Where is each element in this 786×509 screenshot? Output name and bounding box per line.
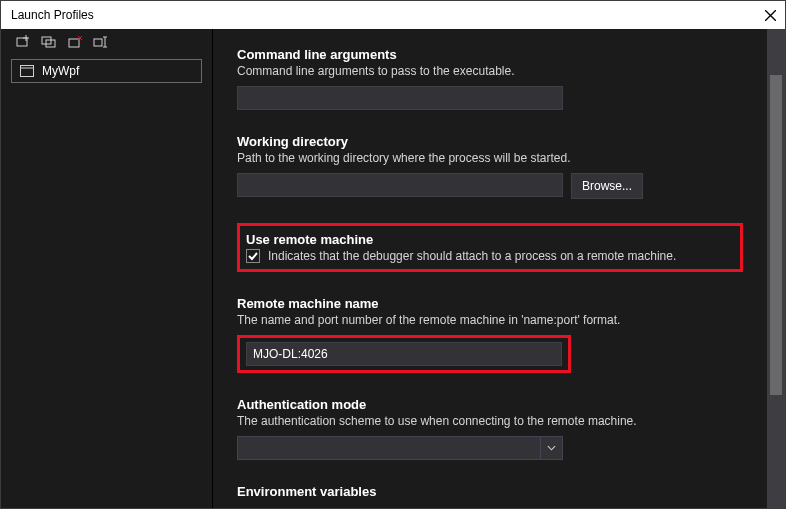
section-use-remote: Use remote machine Indicates that the de… bbox=[237, 223, 743, 272]
launch-profiles-dialog: Launch Profiles bbox=[0, 0, 786, 509]
delete-profile-button[interactable] bbox=[67, 34, 83, 50]
section-remote-machine-name: Remote machine name The name and port nu… bbox=[237, 296, 743, 373]
settings-panel: Command line arguments Command line argu… bbox=[213, 29, 767, 508]
sidebar-toolbar bbox=[1, 29, 212, 55]
scrollbar[interactable] bbox=[767, 29, 785, 508]
section-title: Environment variables bbox=[237, 484, 743, 499]
new-profile-icon bbox=[15, 34, 31, 50]
section-authentication-mode: Authentication mode The authentication s… bbox=[237, 397, 743, 460]
close-button[interactable] bbox=[761, 6, 779, 24]
rename-profile-button[interactable] bbox=[93, 34, 109, 50]
chevron-down-icon bbox=[547, 445, 556, 451]
rename-icon bbox=[93, 34, 109, 50]
highlight-use-remote: Use remote machine Indicates that the de… bbox=[237, 223, 743, 272]
remote-machine-name-input[interactable] bbox=[246, 342, 562, 366]
section-title: Command line arguments bbox=[237, 47, 743, 62]
section-desc: The authentication scheme to use when co… bbox=[237, 414, 743, 428]
check-icon bbox=[248, 251, 258, 261]
close-icon bbox=[765, 10, 776, 21]
profile-item-label: MyWpf bbox=[42, 64, 79, 78]
app-icon bbox=[20, 65, 34, 77]
section-desc: Command line arguments to pass to the ex… bbox=[237, 64, 743, 78]
working-directory-input[interactable] bbox=[237, 173, 563, 197]
section-title: Authentication mode bbox=[237, 397, 743, 412]
duplicate-icon bbox=[41, 34, 57, 50]
command-line-args-input[interactable] bbox=[237, 86, 563, 110]
duplicate-profile-button[interactable] bbox=[41, 34, 57, 50]
authentication-mode-select[interactable] bbox=[237, 436, 563, 460]
scrollbar-thumb[interactable] bbox=[770, 75, 782, 395]
section-desc: The name and port number of the remote m… bbox=[237, 313, 743, 327]
dialog-body: MyWpf Command line arguments Command lin… bbox=[1, 29, 785, 508]
use-remote-label: Indicates that the debugger should attac… bbox=[268, 249, 676, 263]
browse-button[interactable]: Browse... bbox=[571, 173, 643, 199]
highlight-remote-name bbox=[237, 335, 571, 373]
select-dropdown-button[interactable] bbox=[540, 437, 562, 459]
svg-rect-14 bbox=[21, 66, 34, 77]
svg-rect-7 bbox=[69, 39, 79, 47]
section-title: Use remote machine bbox=[246, 232, 734, 247]
use-remote-checkbox[interactable] bbox=[246, 249, 260, 263]
section-command-line-args: Command line arguments Command line argu… bbox=[237, 47, 743, 110]
section-environment-variables: Environment variables bbox=[237, 484, 743, 499]
section-title: Remote machine name bbox=[237, 296, 743, 311]
window-title: Launch Profiles bbox=[11, 8, 94, 22]
section-working-directory: Working directory Path to the working di… bbox=[237, 134, 743, 199]
profile-item-mywpf[interactable]: MyWpf bbox=[11, 59, 202, 83]
content-area: Command line arguments Command line argu… bbox=[213, 29, 785, 508]
section-desc: Path to the working directory where the … bbox=[237, 151, 743, 165]
delete-icon bbox=[67, 34, 83, 50]
svg-rect-10 bbox=[94, 39, 102, 46]
new-profile-button[interactable] bbox=[15, 34, 31, 50]
sidebar: MyWpf bbox=[1, 29, 213, 508]
section-title: Working directory bbox=[237, 134, 743, 149]
titlebar: Launch Profiles bbox=[1, 1, 785, 29]
profile-list: MyWpf bbox=[1, 55, 212, 87]
